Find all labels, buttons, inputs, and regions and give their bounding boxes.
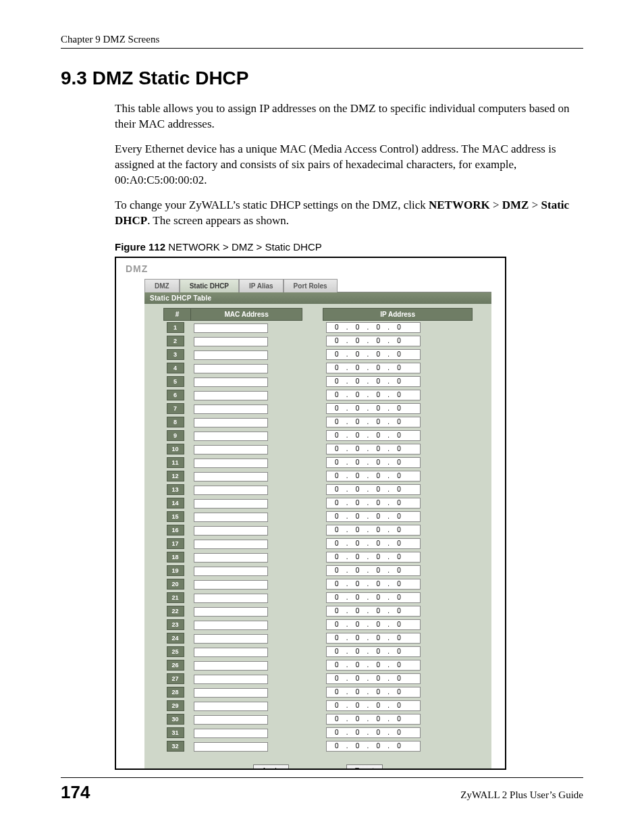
ip-octet-input[interactable] [329, 405, 344, 412]
ip-address-input[interactable]: ... [326, 552, 421, 563]
ip-octet-input[interactable] [392, 418, 406, 425]
mac-address-input[interactable] [194, 499, 268, 509]
ip-octet-input[interactable] [392, 405, 406, 412]
ip-octet-input[interactable] [392, 661, 406, 669]
ip-octet-input[interactable] [392, 391, 406, 398]
ip-octet-input[interactable] [371, 540, 385, 547]
mac-address-input[interactable] [194, 364, 268, 373]
ip-address-input[interactable]: ... [326, 457, 421, 468]
ip-octet-input[interactable] [329, 580, 344, 588]
mac-address-input[interactable] [194, 553, 268, 563]
ip-octet-input[interactable] [371, 513, 385, 520]
mac-address-input[interactable] [194, 607, 268, 617]
ip-address-input[interactable]: ... [326, 511, 421, 522]
ip-octet-input[interactable] [392, 526, 406, 533]
ip-octet-input[interactable] [371, 607, 385, 615]
ip-octet-input[interactable] [329, 742, 344, 750]
ip-octet-input[interactable] [371, 742, 385, 750]
ip-octet-input[interactable] [371, 337, 385, 344]
mac-address-input[interactable] [194, 445, 268, 454]
ip-octet-input[interactable] [350, 472, 365, 479]
ip-octet-input[interactable] [371, 323, 385, 331]
mac-address-input[interactable] [194, 391, 268, 400]
tab-ip-alias[interactable]: IP Alias [239, 279, 284, 292]
ip-octet-input[interactable] [329, 702, 344, 709]
mac-address-input[interactable] [194, 594, 268, 603]
ip-octet-input[interactable] [329, 567, 344, 574]
ip-octet-input[interactable] [371, 350, 385, 358]
reset-button[interactable]: Reset [346, 764, 383, 770]
mac-address-input[interactable] [194, 513, 268, 522]
ip-octet-input[interactable] [329, 661, 344, 669]
ip-address-input[interactable]: ... [326, 619, 421, 630]
ip-octet-input[interactable] [329, 391, 344, 398]
ip-octet-input[interactable] [392, 553, 406, 561]
mac-address-input[interactable] [194, 432, 268, 441]
ip-address-input[interactable]: ... [326, 376, 421, 387]
ip-octet-input[interactable] [350, 621, 365, 628]
ip-octet-input[interactable] [329, 364, 344, 371]
ip-octet-input[interactable] [371, 377, 385, 385]
tab-dmz[interactable]: DMZ [144, 279, 180, 292]
ip-address-input[interactable]: ... [326, 660, 421, 671]
ip-octet-input[interactable] [371, 594, 385, 601]
ip-address-input[interactable]: ... [326, 714, 421, 725]
ip-octet-input[interactable] [392, 432, 406, 439]
ip-octet-input[interactable] [392, 364, 406, 371]
ip-octet-input[interactable] [392, 540, 406, 547]
ip-octet-input[interactable] [392, 486, 406, 493]
ip-octet-input[interactable] [350, 350, 365, 358]
ip-octet-input[interactable] [392, 702, 406, 709]
mac-address-input[interactable] [194, 675, 268, 684]
ip-address-input[interactable]: ... [326, 646, 421, 657]
ip-octet-input[interactable] [350, 661, 365, 669]
mac-address-input[interactable] [194, 418, 268, 427]
ip-octet-input[interactable] [371, 445, 385, 452]
ip-octet-input[interactable] [371, 580, 385, 588]
ip-address-input[interactable]: ... [326, 538, 421, 549]
ip-octet-input[interactable] [350, 405, 365, 412]
mac-address-input[interactable] [194, 634, 268, 644]
ip-octet-input[interactable] [350, 364, 365, 371]
tab-port-roles[interactable]: Port Roles [284, 279, 338, 292]
ip-octet-input[interactable] [329, 594, 344, 601]
ip-octet-input[interactable] [350, 323, 365, 331]
ip-octet-input[interactable] [350, 580, 365, 588]
ip-octet-input[interactable] [350, 715, 365, 723]
ip-octet-input[interactable] [392, 621, 406, 628]
ip-octet-input[interactable] [392, 634, 406, 642]
ip-octet-input[interactable] [350, 702, 365, 709]
ip-octet-input[interactable] [329, 607, 344, 615]
ip-octet-input[interactable] [350, 594, 365, 601]
ip-octet-input[interactable] [350, 445, 365, 452]
ip-octet-input[interactable] [371, 702, 385, 709]
ip-octet-input[interactable] [371, 648, 385, 655]
ip-octet-input[interactable] [392, 445, 406, 452]
ip-octet-input[interactable] [350, 499, 365, 506]
ip-address-input[interactable]: ... [326, 633, 421, 644]
mac-address-input[interactable] [194, 729, 268, 738]
ip-octet-input[interactable] [392, 715, 406, 723]
ip-octet-input[interactable] [392, 580, 406, 588]
ip-octet-input[interactable] [329, 729, 344, 736]
ip-octet-input[interactable] [350, 688, 365, 696]
ip-octet-input[interactable] [392, 323, 406, 331]
mac-address-input[interactable] [194, 580, 268, 590]
ip-octet-input[interactable] [371, 472, 385, 479]
ip-octet-input[interactable] [329, 648, 344, 655]
ip-address-input[interactable]: ... [326, 592, 421, 603]
ip-address-input[interactable]: ... [326, 525, 421, 536]
ip-octet-input[interactable] [329, 418, 344, 425]
ip-octet-input[interactable] [371, 364, 385, 371]
ip-octet-input[interactable] [392, 337, 406, 344]
ip-address-input[interactable]: ... [326, 336, 421, 346]
ip-octet-input[interactable] [350, 337, 365, 344]
ip-octet-input[interactable] [392, 729, 406, 736]
mac-address-input[interactable] [194, 323, 268, 333]
ip-octet-input[interactable] [350, 486, 365, 493]
ip-octet-input[interactable] [350, 418, 365, 425]
ip-address-input[interactable]: ... [326, 579, 421, 590]
ip-address-input[interactable]: ... [326, 565, 421, 576]
ip-octet-input[interactable] [392, 648, 406, 655]
tab-static-dhcp[interactable]: Static DHCP [180, 279, 239, 292]
